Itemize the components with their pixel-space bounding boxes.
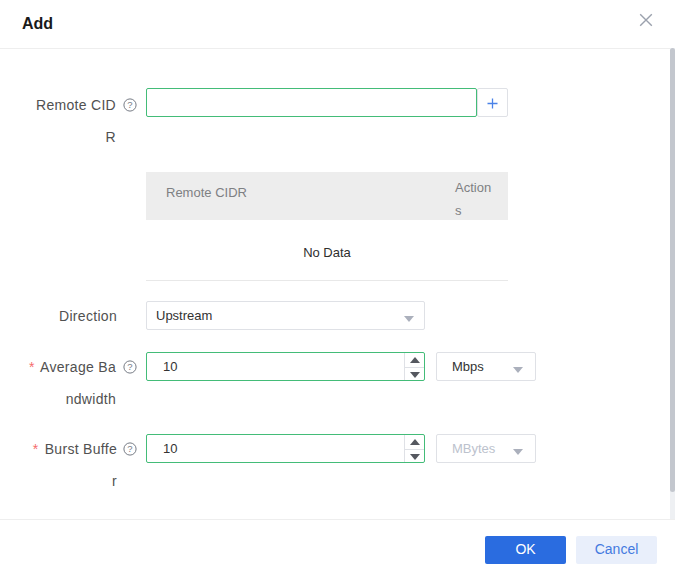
svg-text:?: ? [127,99,132,110]
svg-text:?: ? [127,443,132,454]
svg-text:?: ? [127,361,132,372]
